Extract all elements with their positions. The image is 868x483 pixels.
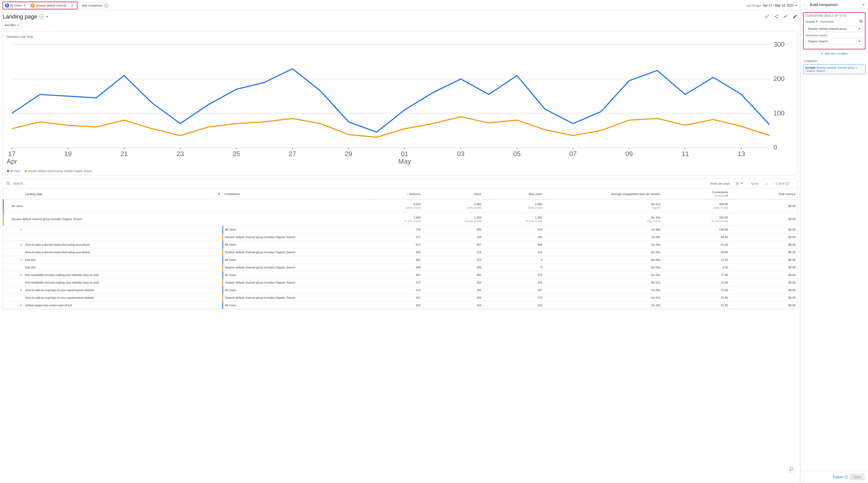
- chevron-down-icon: [858, 41, 861, 42]
- edit-icon[interactable]: [793, 14, 797, 20]
- table-search-input[interactable]: [13, 182, 708, 186]
- chip-all-users[interactable]: A All Users ✕: [4, 3, 28, 8]
- sessions-chart-card: Sessions over time 010020030017Apr192123…: [3, 31, 797, 175]
- col-sessions[interactable]: ↓ Sessions: [361, 189, 422, 199]
- col-users[interactable]: Users: [422, 189, 483, 199]
- svg-point-3: [777, 17, 778, 18]
- table-row[interactable]: 4/the-readability-formula-making-your-we…: [3, 271, 797, 279]
- table-row[interactable]: /the-readability-formula-making-your-web…: [3, 279, 797, 286]
- table-row[interactable]: 1All Users7285805341m 08s130.00$0.00: [3, 226, 797, 233]
- col-revenue[interactable]: Total revenue: [730, 189, 797, 199]
- col-new-users[interactable]: New users: [483, 189, 544, 199]
- dimension-value-select[interactable]: Organic Search: [806, 38, 863, 45]
- insights-icon[interactable]: [765, 14, 769, 20]
- comparison-chips-highlight: A All Users ✕ S Session default channel …: [3, 2, 78, 9]
- svg-point-7: [786, 15, 787, 16]
- svg-text:25: 25: [232, 150, 240, 158]
- table-row[interactable]: /how-to-take-a-decent-head-shot-using-yo…: [3, 249, 797, 256]
- build-comparison-panel: ← Build comparison ✕ Conditions (build u…: [800, 0, 868, 483]
- landing-page-table-card: Rows per page: 10 Go to: 1 〈 1-10 of 127…: [3, 178, 797, 309]
- search-icon[interactable]: [6, 181, 11, 186]
- title-row: Landing page ✓: [0, 11, 800, 21]
- svg-text:11: 11: [682, 150, 689, 158]
- help-icon: ?: [844, 476, 848, 479]
- explore-button[interactable]: Explore ?: [833, 474, 848, 480]
- chip-session-organic[interactable]: S Session default channel ... ✕: [30, 3, 76, 8]
- add-comparison-button[interactable]: Add comparison +: [80, 2, 111, 9]
- apply-button[interactable]: Apply: [850, 474, 865, 480]
- svg-point-4: [783, 17, 784, 18]
- chevron-down-icon[interactable]: [46, 16, 48, 18]
- col-landing-page[interactable]: Landing page +: [24, 189, 223, 199]
- add-filter-button[interactable]: Add filter +: [3, 22, 21, 28]
- svg-text:05: 05: [513, 150, 521, 158]
- svg-text:27: 27: [289, 150, 296, 158]
- goto-label: Go to:: [751, 182, 759, 185]
- back-arrow-icon[interactable]: ←: [804, 3, 807, 7]
- chevron-down-icon: [795, 5, 797, 6]
- chip-label: Session default channel ...: [36, 4, 69, 7]
- col-conversions[interactable]: ConversionsAll events: [662, 189, 730, 199]
- all-users-avatar-icon: A: [5, 3, 9, 7]
- feedback-icon[interactable]: [788, 465, 795, 473]
- dimension-values-label: Dimension values: [806, 34, 863, 37]
- svg-text:21: 21: [120, 150, 128, 158]
- goto-input[interactable]: 1: [761, 181, 770, 186]
- chevron-down-icon: [858, 28, 861, 29]
- chevron-down-icon: [741, 183, 743, 184]
- copy-icon[interactable]: [859, 19, 863, 24]
- panel-title: Build comparison: [810, 3, 860, 7]
- next-page-icon[interactable]: 〉: [791, 181, 794, 186]
- summary-chip: Include Session default channel group = …: [803, 64, 865, 74]
- svg-text:07: 07: [569, 150, 577, 158]
- top-bar: A All Users ✕ S Session default channel …: [0, 0, 800, 11]
- table-row[interactable]: (not set)Session default channel group i…: [3, 264, 797, 271]
- table-row[interactable]: 2/how-to-take-a-decent-head-shot-using-y…: [3, 241, 797, 249]
- chevron-down-icon: [816, 21, 818, 22]
- rows-per-page-select[interactable]: 10: [733, 181, 744, 186]
- trend-icon[interactable]: [783, 14, 788, 20]
- date-range-picker[interactable]: Last 28 days Apr 17 - May 14, 2023: [746, 4, 797, 7]
- close-icon[interactable]: ✕: [23, 4, 26, 7]
- svg-point-5: [784, 16, 785, 17]
- col-aet[interactable]: Average engagement time per session: [544, 189, 662, 199]
- conditions-title: Conditions (build up to 5): [806, 15, 863, 17]
- page-title: Landing page: [3, 13, 37, 20]
- svg-text:200: 200: [773, 75, 784, 82]
- svg-text:100: 100: [773, 109, 784, 117]
- include-dropdown[interactable]: Include: [806, 20, 818, 23]
- svg-point-6: [785, 17, 786, 17]
- svg-text:13: 13: [738, 150, 745, 158]
- table-row[interactable]: 3(not set)All Users49131000m 06s12.00$0.…: [3, 256, 797, 264]
- summary-title: Summary: [803, 60, 865, 63]
- dimension-label: Dimension: [820, 20, 857, 23]
- svg-text:01: 01: [401, 150, 408, 158]
- table-row[interactable]: 5/how-to-add-an-svg-logo-to-your-squares…: [3, 286, 797, 294]
- verified-icon[interactable]: ✓: [39, 15, 44, 19]
- plus-icon: +: [104, 3, 108, 7]
- svg-text:23: 23: [177, 150, 184, 158]
- share-icon[interactable]: [774, 14, 779, 20]
- prev-page-icon[interactable]: 〈: [772, 181, 774, 186]
- add-dimension-icon[interactable]: +: [217, 192, 221, 196]
- close-icon[interactable]: ✕: [70, 4, 74, 7]
- add-new-condition-button[interactable]: + Add new condition: [803, 49, 865, 56]
- svg-text:29: 29: [345, 150, 352, 158]
- table-row[interactable]: 6/yellow-pages-has-a-bad-case-of-fudAll …: [3, 302, 797, 309]
- svg-text:03: 03: [457, 150, 464, 158]
- svg-text:19: 19: [64, 150, 71, 158]
- page-info: 1-10 of 127: [775, 182, 790, 185]
- table-row[interactable]: /how-to-add-an-svg-logo-to-your-squaresp…: [3, 294, 797, 302]
- svg-text:Apr: Apr: [7, 158, 17, 165]
- close-icon[interactable]: ✕: [862, 3, 865, 6]
- svg-point-0: [768, 15, 769, 16]
- dimension-select[interactable]: Session default channel group: [806, 25, 863, 32]
- chart-title: Sessions over time: [6, 35, 794, 39]
- svg-text:300: 300: [773, 41, 784, 48]
- svg-point-1: [775, 16, 775, 17]
- table-row[interactable]: Session default channel group includes O…: [3, 233, 797, 241]
- svg-point-46: [7, 182, 9, 184]
- totals-row: All Users4,024100% of total2,988100% of …: [3, 199, 797, 212]
- session-avatar-icon: S: [31, 3, 35, 7]
- col-comparison: Comparison: [223, 189, 361, 199]
